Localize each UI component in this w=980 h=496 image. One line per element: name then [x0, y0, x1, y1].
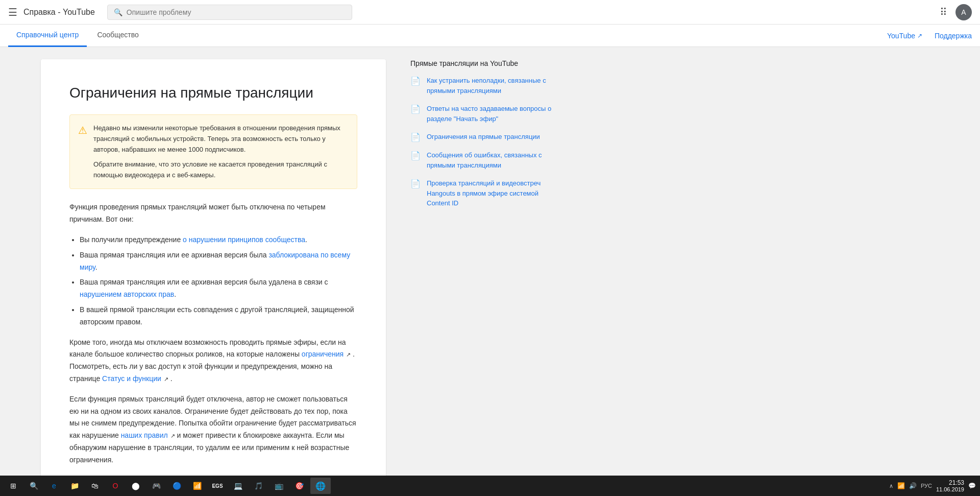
active-app-icon: 🌐 [315, 481, 326, 491]
external-link-icon: ↗ [917, 32, 922, 39]
volume-icon[interactable]: 🔊 [909, 482, 917, 489]
list-item: Ваша прямая трансляция или ее архивная в… [80, 249, 357, 274]
edge-icon: e [52, 482, 56, 490]
search-icon: 🔍 [114, 8, 122, 16]
tab-help-center[interactable]: Справочный центр [8, 25, 87, 47]
status-features-link[interactable]: Статус и функции [102, 374, 161, 383]
sidebar-item-2[interactable]: 📄 Ответы на часто задаваемые вопросы о р… [410, 104, 559, 124]
search-bar: 🔍 [107, 5, 352, 20]
store-icon: 🛍 [91, 482, 99, 490]
clock-date: 11.06.2019 [936, 486, 964, 492]
notification-icon[interactable]: 💬 [968, 482, 976, 489]
copyright-link[interactable]: нарушением авторских прав [80, 290, 174, 298]
folder-button[interactable]: 📁 [65, 477, 84, 495]
ext-link-icon3: ↗ [169, 433, 175, 439]
chrome-button[interactable]: ⬤ [127, 477, 145, 495]
edge-button[interactable]: e [45, 477, 63, 495]
start-button[interactable]: ⊞ [4, 477, 22, 495]
taskbar-right: ∧ 📶 🔊 РУС 21:53 11.06.2019 💬 [889, 479, 976, 492]
tabs-navigation: Справочный центр Сообщество YouTube ↗ По… [0, 25, 980, 47]
ext-link-icon2: ↗ [162, 376, 168, 382]
article-icon-4: 📄 [410, 151, 421, 160]
ext-link-icon: ↗ [345, 351, 351, 358]
app11-button[interactable]: 📺 [270, 477, 288, 495]
worldwide-block-link[interactable]: заблокирована по всему миру [80, 251, 350, 271]
language-label: РУС [921, 483, 932, 489]
windows-icon: ⊞ [10, 482, 16, 490]
app7-button[interactable]: 🔵 [167, 477, 186, 495]
taskbar-left: ⊞ 🔍 e 📁 🛍 O ⬤ 🎮 🔵 📶 EGS [4, 477, 331, 495]
active-browser-button[interactable]: 🌐 [310, 478, 331, 494]
warning-text: Недавно мы изменили некоторые требования… [93, 123, 349, 180]
app10-icon: 🎵 [254, 482, 263, 490]
article-card: Ограничения на прямые трансляции ⚠ Недав… [41, 59, 386, 476]
steam-button[interactable]: 🎮 [147, 477, 165, 495]
sidebar-item-1[interactable]: 📄 Как устранить неполадки, связанные с п… [410, 76, 559, 96]
sidebar-section-title: Прямые трансляции на YouTube [410, 59, 559, 67]
apps-grid-icon[interactable]: ⠿ [940, 6, 947, 18]
article-area: Ограничения на прямые трансляции ⚠ Недав… [0, 59, 398, 476]
article-icon-5: 📄 [410, 179, 421, 188]
sidebar-item-5[interactable]: 📄 Проверка трансляций и видеовстреч Hang… [410, 178, 559, 208]
opera-icon: O [113, 482, 118, 490]
warning-icon: ⚠ [78, 124, 87, 136]
sidebar-item-text-1: Как устранить неполадки, связанные с пря… [427, 76, 559, 96]
app12-button[interactable]: 🎯 [290, 477, 308, 495]
dev-button[interactable]: 💻 [229, 477, 247, 495]
support-link[interactable]: Поддержка [935, 32, 972, 40]
sidebar-item-text-3: Ограничения на прямые трансляции [427, 132, 540, 142]
sidebar: Прямые трансляции на YouTube 📄 Как устра… [398, 59, 572, 476]
tabs-nav-right: YouTube ↗ Поддержка [887, 32, 972, 40]
sidebar-item-text-4: Сообщения об ошибках, связанных с прямым… [427, 150, 559, 170]
article-icon-3: 📄 [410, 132, 421, 142]
folder-icon: 📁 [70, 482, 79, 490]
opera-button[interactable]: O [106, 477, 125, 495]
show-hidden-icon[interactable]: ∧ [889, 483, 893, 489]
list-item: Вы получили предупреждение о нарушении п… [80, 234, 357, 246]
article-body: Функция проведения прямых трансляций мож… [69, 201, 357, 476]
hamburger-menu-icon[interactable]: ☰ [8, 6, 17, 18]
article-icon-1: 📄 [410, 76, 421, 86]
article-title: Ограничения на прямые трансляции [69, 84, 357, 102]
app8-button[interactable]: 📶 [188, 477, 206, 495]
chrome-icon: ⬤ [132, 482, 140, 490]
epic-icon: EGS [212, 483, 223, 489]
article-icon-2: 📄 [410, 104, 421, 114]
app12-icon: 🎯 [295, 482, 304, 490]
sidebar-item-3[interactable]: 📄 Ограничения на прямые трансляции [410, 132, 559, 142]
list-item: Ваша прямая трансляция или ее архивная в… [80, 276, 357, 301]
sidebar-item-text-5: Проверка трансляций и видеовстреч Hangou… [427, 178, 559, 208]
app7-icon: 🔵 [173, 482, 181, 490]
top-nav-right: ⠿ A [940, 4, 972, 20]
network-icon[interactable]: 📶 [897, 482, 905, 489]
dev-icon: 💻 [234, 482, 242, 490]
app8-icon: 📶 [193, 482, 202, 490]
clock[interactable]: 21:53 11.06.2019 [936, 479, 964, 492]
sidebar-item-4[interactable]: 📄 Сообщения об ошибках, связанных с прям… [410, 150, 559, 170]
search-taskbar-button[interactable]: 🔍 [24, 477, 43, 495]
app10-button[interactable]: 🎵 [249, 477, 267, 495]
store-button[interactable]: 🛍 [86, 477, 104, 495]
search-taskbar-icon: 🔍 [30, 482, 38, 490]
community-rules-link[interactable]: о нарушении принципов сообщества [183, 235, 305, 244]
sidebar-item-text-2: Ответы на часто задаваемые вопросы о раз… [427, 104, 559, 124]
list-item: В вашей прямой трансляции есть совпадени… [80, 304, 357, 328]
top-navigation: ☰ Справка - YouTube 🔍 ⠿ A [0, 0, 980, 25]
reasons-list: Вы получили предупреждение о нарушении п… [80, 234, 357, 328]
search-input[interactable] [127, 8, 346, 16]
clock-time: 21:53 [936, 479, 964, 486]
our-rules-link[interactable]: наших правил [121, 431, 168, 439]
site-title: Справка - YouTube [23, 8, 95, 17]
warning-box: ⚠ Недавно мы изменили некоторые требован… [69, 114, 357, 189]
epic-button[interactable]: EGS [208, 477, 227, 495]
steam-icon: 🎮 [152, 482, 161, 490]
restrictions-link[interactable]: ограничения [302, 350, 344, 358]
youtube-external-link[interactable]: YouTube ↗ [887, 32, 922, 40]
avatar[interactable]: A [955, 4, 972, 20]
taskbar: ⊞ 🔍 e 📁 🛍 O ⬤ 🎮 🔵 📶 EGS [0, 476, 980, 496]
main-content: Ограничения на прямые трансляции ⚠ Недав… [0, 47, 980, 476]
app11-icon: 📺 [275, 482, 283, 490]
tab-community[interactable]: Сообщество [89, 25, 146, 47]
